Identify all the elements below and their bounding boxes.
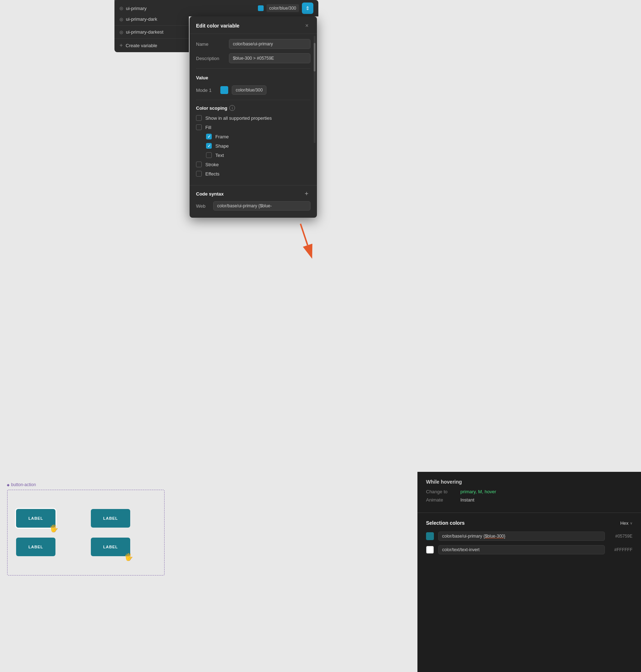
cb-frame-label: Frame xyxy=(215,134,229,139)
cursor-hand-br: 🖐 xyxy=(124,553,133,561)
create-var-label: Create variable xyxy=(126,43,157,48)
modal-scrollbar[interactable] xyxy=(314,36,315,143)
cb-shape: Shape xyxy=(196,143,310,149)
change-to-label: Change to xyxy=(426,489,455,494)
color-scoping-section: Color scoping i Show in all supported pr… xyxy=(196,105,310,177)
cb-show-all-label: Show in all supported properties xyxy=(205,115,272,121)
web-label: Web xyxy=(196,203,210,209)
name-field-row: Name xyxy=(196,39,310,49)
cb-frame-box[interactable] xyxy=(206,134,212,139)
adjust-button[interactable]: ⇕ xyxy=(302,3,313,14)
cb-effects-box[interactable] xyxy=(196,171,202,177)
scoping-header: Color scoping i xyxy=(196,105,310,111)
frame-label: ◆ button-action xyxy=(7,482,36,487)
color-swatch-2[interactable] xyxy=(426,546,434,554)
selection-colors-header: Selection colors Hex ∨ xyxy=(426,520,632,526)
color-entry-1: color/base/ui-primary {$blue-300} #05759… xyxy=(426,532,632,541)
modal-scrollbar-thumb xyxy=(314,43,315,71)
while-hovering-section: While hovering Change to primary, M, hov… xyxy=(417,472,641,513)
add-icon: + xyxy=(305,190,309,198)
code-syntax-header: Code syntax + xyxy=(196,190,310,198)
description-field-row: Description xyxy=(196,53,310,63)
bottom-section: ◆ button-action LABEL 🖐 LABEL LABEL xyxy=(0,472,641,672)
hex-format-label: Hex xyxy=(620,520,628,526)
change-to-row: Change to primary, M, hover xyxy=(426,489,632,494)
frame-name: button-action xyxy=(11,482,36,487)
cb-fill-label: Fill xyxy=(205,125,211,130)
hex-format-dropdown[interactable]: Hex ∨ xyxy=(620,520,632,526)
scoping-title: Color scoping xyxy=(196,105,227,111)
description-input[interactable] xyxy=(229,53,310,63)
adjust-icon: ⇕ xyxy=(305,5,310,11)
var-label-3: ui-primary-darkest xyxy=(126,29,163,35)
cb-text-box[interactable] xyxy=(206,152,212,158)
change-to-value: primary, M, hover xyxy=(460,489,496,494)
var-icon-3: ◎ xyxy=(119,30,123,35)
canvas-button-tl[interactable]: LABEL 🖐 xyxy=(16,509,55,528)
cb-stroke: Stroke xyxy=(196,162,310,167)
hex-value-1: #05759E xyxy=(609,534,632,539)
web-row: Web color/base/ui-primary {$blue- xyxy=(196,201,310,211)
cb-text: Text xyxy=(196,152,310,158)
close-icon: × xyxy=(305,23,308,29)
value-section: Value Mode 1 color/blue/300 xyxy=(196,74,310,95)
cb-stroke-box[interactable] xyxy=(196,162,202,167)
color-swatch-1[interactable] xyxy=(426,532,434,540)
selection-colors-section: Selection colors Hex ∨ color/base/ui-pri… xyxy=(417,513,641,566)
canvas-bottom-left: ◆ button-action LABEL 🖐 LABEL LABEL xyxy=(0,472,417,672)
description-label: Description xyxy=(196,56,225,61)
code-syntax-add-button[interactable]: + xyxy=(303,190,310,198)
animate-row: Animate Instant xyxy=(426,497,632,503)
cb-effects: Effects xyxy=(196,171,310,177)
cb-frame: Frame xyxy=(196,134,310,139)
cb-shape-label: Shape xyxy=(215,143,229,149)
cb-show-all: Show in all supported properties xyxy=(196,115,310,121)
create-plus-icon: + xyxy=(119,42,123,49)
color-name-tag-1[interactable]: color/base/ui-primary {$blue-300} xyxy=(438,532,605,541)
code-syntax-title: Code syntax xyxy=(196,191,224,197)
color-name-tag-2[interactable]: color/text/text-invert xyxy=(438,545,605,554)
top-bar-left: ◎ ui-primary xyxy=(114,6,253,11)
var-icon-2: ◎ xyxy=(119,17,123,22)
selection-colors-title: Selection colors xyxy=(426,520,465,526)
web-value[interactable]: color/base/ui-primary {$blue- xyxy=(213,201,310,211)
create-variable-button[interactable]: + Create variable xyxy=(114,39,189,52)
color-name-orange-1: {$blue-300} xyxy=(483,534,505,539)
color-name-text-2: color/text/text-invert xyxy=(442,547,480,552)
mode-value[interactable]: color/blue/300 xyxy=(232,85,266,95)
name-input[interactable] xyxy=(229,39,310,49)
color-entry-2: color/text/text-invert #FFFFFF xyxy=(426,545,632,554)
cb-show-all-box[interactable] xyxy=(196,115,202,121)
hex-value-2: #FFFFFF xyxy=(609,547,632,552)
modal-header: Edit color variable × xyxy=(190,16,317,34)
animate-value: Instant xyxy=(460,497,474,503)
variable-item-ui-primary-darkest[interactable]: ◎ ui-primary-darkest xyxy=(114,26,189,39)
mode-row: Mode 1 color/blue/300 xyxy=(196,85,310,95)
mode-label: Mode 1 xyxy=(196,88,217,93)
divider-2 xyxy=(196,100,310,100)
animate-label: Animate xyxy=(426,497,455,503)
cb-fill-box[interactable] xyxy=(196,124,202,130)
canvas-button-tr[interactable]: LABEL xyxy=(91,509,130,528)
canvas-button-bl-label: LABEL xyxy=(28,545,43,549)
canvas-button-tl-label: LABEL xyxy=(28,516,43,520)
cb-shape-box[interactable] xyxy=(206,143,212,149)
canvas-button-bl[interactable]: LABEL xyxy=(16,538,55,556)
info-icon[interactable]: i xyxy=(229,105,235,111)
var-label-2: ui-primary-dark xyxy=(126,16,157,22)
canvas-button-tr-label: LABEL xyxy=(103,516,118,520)
code-syntax-section: Code syntax + Web color/base/ui-primary … xyxy=(190,185,317,215)
edit-color-variable-modal: Edit color variable × Name Description V… xyxy=(190,16,317,218)
canvas-button-br[interactable]: LABEL 🖐 xyxy=(91,538,130,556)
right-panel: While hovering Change to primary, M, hov… xyxy=(417,472,641,672)
while-hovering-title: While hovering xyxy=(426,479,632,485)
topbar-color-name[interactable]: color/blue/300 xyxy=(266,4,299,12)
canvas-buttons-grid: LABEL 🖐 LABEL LABEL LABEL 🖐 xyxy=(8,490,164,575)
modal-title: Edit color variable xyxy=(196,23,239,29)
topbar-color-swatch xyxy=(258,5,264,11)
close-modal-button[interactable]: × xyxy=(303,22,310,29)
cb-fill: Fill xyxy=(196,124,310,130)
divider-1 xyxy=(196,68,310,69)
frame-diamond-icon: ◆ xyxy=(7,483,10,487)
cb-stroke-label: Stroke xyxy=(205,162,219,167)
